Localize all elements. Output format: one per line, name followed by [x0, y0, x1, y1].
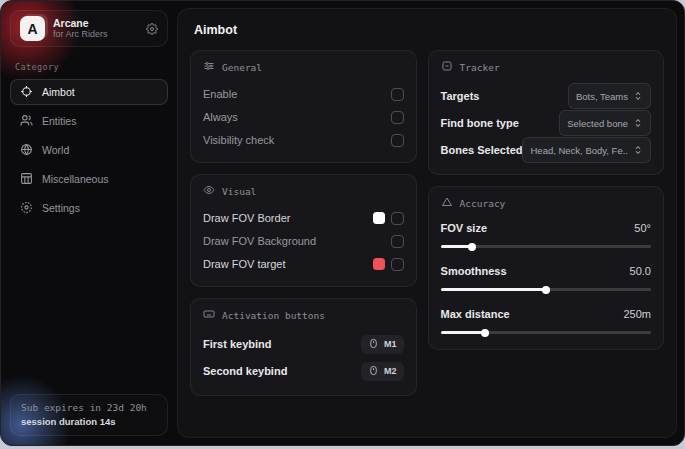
chevrons-up-down-icon — [633, 114, 643, 132]
dropdown-value: Selected bone — [567, 118, 628, 129]
sub-expires-text: Sub expires in 23d 20h — [21, 402, 157, 413]
globe-icon — [20, 143, 33, 158]
app-window: A Arcane for Arc Riders Category Aimbot — [0, 0, 685, 446]
bones-selected-dropdown[interactable]: Head, Neck, Body, Fe.. — [522, 137, 651, 163]
setting-row-visibility-check: Visibility check — [203, 129, 404, 151]
setting-label: Visibility check — [203, 134, 274, 146]
sidebar-item-label: Miscellaneous — [42, 173, 109, 185]
max-distance-slider[interactable] — [441, 329, 651, 336]
visibility-check-checkbox[interactable] — [391, 134, 404, 147]
slider-thumb[interactable] — [542, 286, 550, 294]
find-bone-type-dropdown[interactable]: Selected bone — [559, 110, 651, 136]
dropdown-value: Head, Neck, Body, Fe.. — [530, 145, 628, 156]
crosshair-icon — [20, 85, 33, 100]
sidebar-item-entities[interactable]: Entities — [10, 108, 168, 134]
mouse-icon — [368, 365, 379, 378]
sidebar-item-label: World — [42, 144, 69, 156]
slider-thumb[interactable] — [481, 329, 489, 337]
slider-block-smoothness: Smoothness 50.0 — [441, 262, 651, 293]
setting-label: First keybind — [203, 338, 271, 350]
accuracy-card: Accuracy FOV size 50° — [428, 186, 664, 350]
enable-checkbox[interactable] — [391, 88, 404, 101]
general-card: General Enable Always Visibility check — [190, 50, 417, 163]
slider-block-max-distance: Max distance 250m — [441, 305, 651, 336]
slider-value: 50° — [634, 222, 651, 234]
setting-label: Targets — [441, 90, 480, 102]
sidebar-item-settings[interactable]: Settings — [10, 195, 168, 221]
slider-value: 250m — [623, 308, 651, 320]
setting-label: Always — [203, 111, 238, 123]
card-title-label: General — [222, 62, 262, 73]
gear-icon[interactable] — [146, 23, 158, 35]
sidebar-item-world[interactable]: World — [10, 137, 168, 163]
fov-target-checkbox[interactable] — [391, 258, 404, 271]
page-title: Aimbot — [194, 23, 664, 37]
chevrons-up-down-icon — [633, 141, 643, 159]
setting-row-fov-border: Draw FOV Border — [203, 207, 404, 229]
fov-background-checkbox[interactable] — [391, 235, 404, 248]
left-column: General Enable Always Visibility check — [190, 50, 417, 407]
accuracy-card-header: Accuracy — [441, 196, 651, 210]
slider-value: 50.0 — [630, 265, 651, 277]
slider-fill — [441, 245, 473, 248]
activation-card-header: Activation buttons — [203, 308, 404, 322]
color-swatch[interactable] — [373, 258, 385, 270]
setting-row-always: Always — [203, 106, 404, 128]
grid-icon — [20, 172, 33, 187]
first-keybind-button[interactable]: M1 — [361, 335, 404, 354]
card-title-label: Tracker — [460, 62, 500, 73]
targets-dropdown[interactable]: Bots, Teams — [568, 83, 651, 109]
session-duration-text: session duration 14s — [21, 416, 157, 427]
keybind-value: M2 — [384, 366, 397, 376]
keyboard-icon — [203, 308, 215, 322]
fov-size-slider[interactable] — [441, 243, 651, 250]
setting-label: Draw FOV Border — [203, 212, 290, 224]
setting-label: Bones Selected — [441, 144, 523, 156]
general-card-header: General — [203, 60, 404, 74]
visual-card: Visual Draw FOV Border Draw FOV Backgrou… — [190, 174, 417, 287]
dropdown-value: Bots, Teams — [576, 91, 628, 102]
slider-block-fov-size: FOV size 50° — [441, 219, 651, 250]
setting-row-first-keybind: First keybind M1 — [203, 331, 404, 357]
setting-row-bones-selected: Bones Selected Head, Neck, Body, Fe.. — [441, 137, 651, 163]
right-column: Tracker Targets Bots, Teams Find bone ty… — [428, 50, 664, 361]
sidebar-item-label: Aimbot — [42, 86, 75, 98]
category-nav: Aimbot Entities World Miscellaneous — [10, 79, 168, 221]
fov-border-checkbox[interactable] — [391, 212, 404, 225]
chevrons-up-down-icon — [633, 87, 643, 105]
sidebar-item-label: Settings — [42, 202, 80, 214]
gear-icon — [20, 201, 33, 216]
brand-logo: A — [20, 16, 45, 41]
setting-label: Draw FOV Background — [203, 235, 316, 247]
sidebar-item-miscellaneous[interactable]: Miscellaneous — [10, 166, 168, 192]
slider-fill — [441, 331, 485, 334]
eye-icon — [203, 184, 215, 198]
second-keybind-button[interactable]: M2 — [361, 362, 404, 381]
card-title-label: Accuracy — [460, 198, 506, 209]
setting-label: Draw FOV target — [203, 258, 286, 270]
brand-text: Arcane for Arc Riders — [53, 17, 138, 39]
always-checkbox[interactable] — [391, 111, 404, 124]
brand-card: A Arcane for Arc Riders — [10, 10, 168, 47]
sidebar-item-label: Entities — [42, 115, 76, 127]
mouse-icon — [368, 338, 379, 351]
setting-row-fov-background: Draw FOV Background — [203, 230, 404, 252]
visual-card-header: Visual — [203, 184, 404, 198]
card-title-label: Activation buttons — [222, 310, 325, 321]
slider-thumb[interactable] — [468, 243, 476, 251]
triangle-icon — [441, 196, 453, 210]
color-swatch[interactable] — [373, 212, 385, 224]
smoothness-slider[interactable] — [441, 286, 651, 293]
tracker-card-header: Tracker — [441, 60, 651, 74]
setting-row-fov-target: Draw FOV target — [203, 253, 404, 275]
setting-label: Enable — [203, 88, 237, 100]
setting-row-targets: Targets Bots, Teams — [441, 83, 651, 109]
sliders-icon — [203, 60, 215, 74]
keybind-value: M1 — [384, 339, 397, 349]
setting-row-enable: Enable — [203, 83, 404, 105]
brand-subtitle: for Arc Riders — [53, 29, 138, 39]
setting-label: Find bone type — [441, 117, 519, 129]
sidebar-item-aimbot[interactable]: Aimbot — [10, 79, 168, 105]
main-panel: Aimbot General Enable Alw — [177, 8, 677, 438]
setting-label: FOV size — [441, 222, 487, 234]
